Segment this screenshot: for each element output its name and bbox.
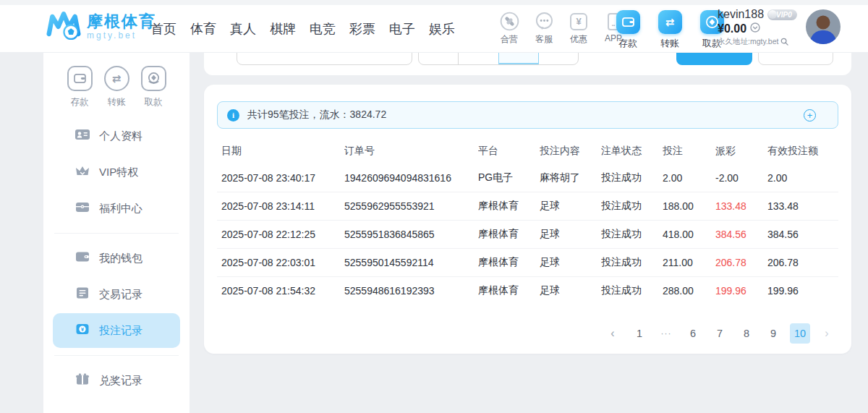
brand-logo-icon [46, 9, 81, 44]
cell-platform: 摩根体育 [478, 200, 540, 213]
next-page-icon[interactable]: › [817, 323, 837, 344]
permanent-address: 永久地址:mgty.bet [718, 37, 778, 47]
page-1[interactable]: 1 [629, 323, 650, 344]
sidebar-deposit-button[interactable]: 存款 [64, 66, 95, 108]
bet-records-card: i 共计95笔投注，流水：3824.72 + 日期 订单号 平台 投注内容 注单… [204, 85, 851, 354]
cell-status: 投注成功 [601, 228, 663, 241]
svg-text:¥: ¥ [81, 326, 85, 333]
promotions-link[interactable]: ¥ 优惠 [564, 12, 593, 46]
user-info: kevin188 VIP0 ¥0.00 永久地址:mgty.bet [718, 8, 804, 47]
nav-live[interactable]: 真人 [230, 20, 256, 38]
sidebar-item-label: 兑奖记录 [99, 374, 142, 388]
cell-bet: 2.00 [663, 172, 715, 184]
sidebar-item-redeem[interactable]: 兑奖记录 [53, 363, 180, 398]
sidebar-transfer-button[interactable]: ⇄ 转账 [101, 66, 132, 108]
partner-link[interactable]: 合营 [495, 12, 524, 46]
sidebar-item-label: 福利中心 [99, 202, 142, 216]
summary-bar: i 共计95笔投注，流水：3824.72 + [217, 101, 838, 129]
cell-platform: 摩根体育 [478, 284, 540, 297]
deposit-button[interactable]: 存款 [612, 10, 644, 50]
sidebar-item-wallet[interactable]: 我的钱包 [53, 241, 180, 276]
nav-lottery[interactable]: 彩票 [349, 20, 375, 38]
customer-service-label: 客服 [535, 33, 553, 46]
withdraw-gem-outline-icon [141, 66, 166, 91]
page-8[interactable]: 8 [736, 323, 757, 344]
nav-slots[interactable]: 电子 [389, 20, 415, 38]
treasure-chest-icon [75, 201, 90, 216]
nav-esports[interactable]: 电竞 [310, 20, 336, 38]
header-wallet-actions: 存款 ⇄ 转账 取款 [612, 10, 728, 50]
header: 摩根体育 mgty.bet 首页 体育 真人 棋牌 电竞 彩票 电子 娱乐 合营 [0, 0, 868, 53]
brand-name: 摩根体育 [87, 13, 156, 30]
table-row[interactable]: 2025-07-08 22:03:01 5255950145592114 摩根体… [217, 248, 838, 276]
cell-platform: 摩根体育 [478, 256, 540, 269]
cell-status: 投注成功 [601, 256, 663, 269]
cell-bet: 288.00 [663, 285, 715, 297]
user-avatar[interactable] [806, 9, 841, 44]
prev-page-icon[interactable]: ‹ [603, 323, 623, 344]
page-7[interactable]: 7 [710, 323, 730, 344]
transaction-record-icon [75, 287, 90, 302]
cell-bet: 188.00 [663, 200, 715, 212]
cell-payout: -2.00 [715, 172, 767, 184]
chat-bubble-icon [535, 12, 554, 31]
page-ellipsis[interactable]: ··· [656, 323, 676, 344]
table-row[interactable]: 2025-07-08 22:12:25 5255951836845865 摩根体… [217, 220, 838, 248]
table-row[interactable]: 2025-07-08 23:40:17 1942609694094831616 … [217, 163, 838, 192]
page-9[interactable]: 9 [763, 323, 783, 344]
nav-cards[interactable]: 棋牌 [270, 20, 296, 38]
sidebar-item-profile[interactable]: 个人资料 [53, 119, 180, 153]
balance-amount: ¥0.00 [718, 22, 746, 35]
summary-text: 共计95笔投注，流水：3824.72 [247, 108, 386, 122]
cell-platform: PG电子 [478, 171, 540, 184]
page-6[interactable]: 6 [683, 323, 703, 344]
transfer-button[interactable]: ⇄ 转账 [654, 10, 686, 50]
col-payout: 派彩 [715, 145, 767, 158]
transfer-circle-icon: ⇄ [104, 66, 129, 91]
sidebar-deposit-label: 存款 [71, 96, 89, 108]
sidebar-item-label: 投注记录 [99, 324, 142, 338]
brand-logo[interactable]: 摩根体育 mgty.bet [46, 9, 156, 44]
handshake-icon [500, 12, 519, 31]
sidebar-item-transactions[interactable]: 交易记录 [53, 277, 180, 312]
table-row[interactable]: 2025-07-08 23:14:11 5255962955553921 摩根体… [217, 192, 838, 220]
nav-sports[interactable]: 体育 [190, 20, 216, 38]
nav-home[interactable]: 首页 [150, 20, 176, 38]
pagination: ‹ 1 ··· 6 7 8 9 10 › [204, 323, 837, 344]
cell-payout: 133.48 [715, 200, 767, 212]
col-valid-bet: 有效投注额 [767, 145, 838, 158]
cell-content: 足球 [540, 200, 601, 213]
username[interactable]: kevin188 [718, 8, 764, 21]
sidebar-item-welfare[interactable]: 福利中心 [53, 191, 180, 226]
cell-status: 投注成功 [601, 284, 663, 297]
cell-valid-bet: 2.00 [767, 172, 838, 184]
page-10-active[interactable]: 10 [790, 323, 810, 344]
sidebar-withdraw-label: 取款 [145, 96, 163, 108]
brand-text: 摩根体育 mgty.bet [87, 13, 156, 41]
cell-date: 2025-07-08 22:03:01 [221, 257, 344, 268]
cell-payout: 199.96 [715, 285, 767, 297]
sidebar-item-bet-records[interactable]: ¥ 投注记录 [53, 313, 180, 348]
page-top-strip [0, 0, 868, 5]
info-icon: i [227, 109, 239, 122]
refresh-balance-icon[interactable] [750, 22, 760, 35]
table-row[interactable]: 2025-07-08 21:54:32 5255948616192393 摩根体… [217, 276, 838, 305]
cell-payout: 384.56 [715, 229, 767, 240]
deposit-label: 存款 [618, 37, 637, 50]
header-quick-links: 合营 客服 ¥ 优惠 ▪▪ APP [495, 12, 628, 46]
partner-label: 合营 [501, 33, 518, 46]
magnifier-icon[interactable] [780, 38, 788, 47]
sidebar-menu: 个人资料 VIP特权 福利中心 我的钱包 交易记录 ¥ 投注记录 兑奖记录 [43, 119, 190, 398]
sidebar-divider [54, 355, 179, 356]
cell-order-no: 5255948616192393 [344, 285, 478, 297]
nav-entertainment[interactable]: 娱乐 [429, 20, 455, 38]
sidebar-item-vip[interactable]: VIP特权 [53, 155, 180, 190]
customer-service-link[interactable]: 客服 [529, 12, 558, 46]
cell-date: 2025-07-08 23:40:17 [221, 172, 344, 184]
deposit-wallet-icon [616, 10, 640, 34]
sidebar-withdraw-button[interactable]: 取款 [137, 66, 169, 108]
expand-plus-icon[interactable]: + [804, 109, 816, 122]
cell-status: 投注成功 [601, 200, 663, 213]
cell-order-no: 5255950145592114 [344, 257, 478, 268]
transfer-arrows-icon: ⇄ [658, 10, 682, 34]
